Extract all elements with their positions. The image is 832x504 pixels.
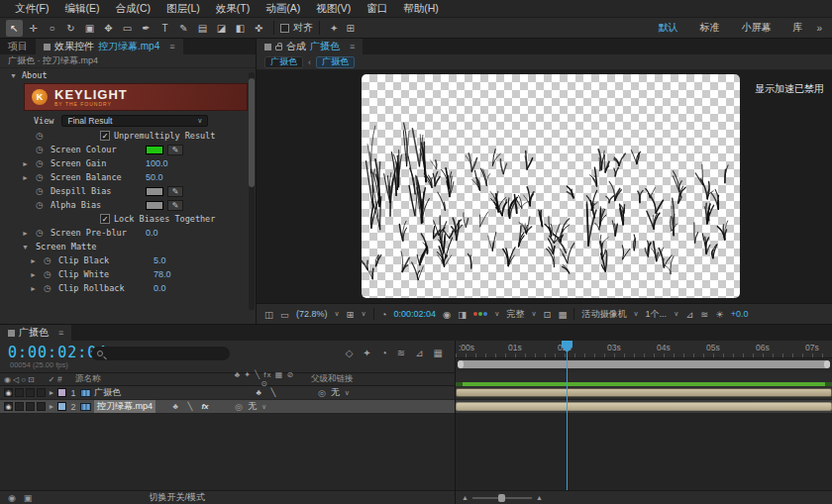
always-preview-icon[interactable]: ◫	[264, 309, 273, 320]
effect-row[interactable]: ✓Lock Biases Together	[0, 212, 256, 226]
param-expander-icon[interactable]: ►	[22, 174, 32, 181]
stopwatch-icon[interactable]: ◷	[44, 283, 54, 293]
zoom-in-frames-icon[interactable]: ▲	[536, 494, 543, 501]
camera-select[interactable]: 活动摄像机	[581, 308, 626, 321]
stopwatch-icon[interactable]: ◷	[36, 200, 47, 210]
camera-tool[interactable]: ▣	[81, 20, 98, 37]
param-expander-icon[interactable]: ►	[30, 271, 40, 278]
color-swatch[interactable]	[146, 187, 163, 196]
rotation-tool[interactable]: ↻	[62, 20, 79, 37]
panel-menu-icon[interactable]: ≡	[350, 42, 355, 51]
pan-behind-tool[interactable]: ✥	[100, 20, 117, 37]
eraser-tool[interactable]: ◪	[213, 20, 230, 37]
layer-expander-icon[interactable]: ►	[46, 389, 57, 396]
layer-name[interactable]: 广摄色	[94, 386, 239, 399]
param-expander-icon[interactable]: ►	[22, 160, 32, 167]
timeline-zoom-slider[interactable]: ▲ ▲	[462, 494, 543, 501]
eyedropper-icon[interactable]: ✎	[167, 145, 183, 155]
menu-item[interactable]: 效果(T)	[209, 2, 257, 16]
menu-item[interactable]: 帮助(H)	[396, 2, 446, 16]
group-expander-icon[interactable]: ▼	[10, 72, 17, 79]
quality-switch[interactable]: ♣	[254, 388, 263, 397]
pixel-aspect-icon[interactable]: ⊿	[685, 309, 693, 320]
lock-toggle[interactable]	[37, 388, 46, 397]
effect-row[interactable]: ►◷Clip Rollback0.0	[0, 281, 256, 295]
grid-options-icon[interactable]: ⊞	[342, 23, 358, 34]
view-layout-select[interactable]: 1个...	[646, 308, 668, 321]
menu-item[interactable]: 合成(C)	[108, 2, 157, 16]
param-expander-icon[interactable]: ►	[30, 257, 40, 264]
effect-scrollbar[interactable]	[249, 72, 255, 310]
workspace-库[interactable]: 库	[792, 21, 802, 35]
fast-previews-icon[interactable]: ≋	[700, 309, 708, 320]
pen-tool[interactable]: ✒	[138, 20, 155, 37]
composition-marker-icon[interactable]: ◉	[8, 493, 16, 503]
effect-row[interactable]: ►◷Clip White78.0	[0, 267, 256, 281]
menu-item[interactable]: 编辑(E)	[57, 2, 106, 16]
tab-project[interactable]: 项目	[0, 39, 36, 54]
source-name-column-header[interactable]: 源名称	[71, 373, 230, 385]
motion-blur-icon[interactable]: ⊿	[415, 348, 423, 358]
param-value[interactable]: 5.0	[154, 255, 166, 265]
effects-switch[interactable]	[283, 388, 293, 397]
zoom-slider-thumb[interactable]	[498, 494, 505, 502]
workspace-小屏幕[interactable]: 小屏幕	[741, 21, 771, 35]
param-value[interactable]: 0.0	[146, 228, 158, 238]
stopwatch-icon[interactable]: ◷	[36, 228, 47, 238]
menu-item[interactable]: 视图(V)	[309, 2, 358, 16]
zoom-out-frames-icon[interactable]: ▲	[462, 494, 468, 501]
group-expander-icon[interactable]: ▼	[22, 244, 32, 251]
zoom-tool[interactable]: ○	[44, 20, 60, 37]
panel-menu-icon[interactable]: ≡	[58, 328, 63, 338]
breadcrumb-item-current[interactable]: 广摄色	[316, 56, 355, 68]
view-select[interactable]: Final Result ∨	[61, 115, 208, 127]
visibility-toggle[interactable]: ◉	[4, 388, 13, 397]
transparency-grid-icon[interactable]: ▦	[559, 309, 568, 320]
effect-row[interactable]: ▼Screen Matte	[0, 240, 256, 253]
color-swatch[interactable]	[146, 146, 163, 154]
quality-switch[interactable]: ♣	[170, 402, 180, 411]
align-checkbox[interactable]	[280, 24, 289, 33]
scrollbar-thumb[interactable]	[249, 78, 255, 187]
channel-select-icon[interactable]	[473, 312, 487, 316]
layer-row[interactable]: ◉►1广摄色♣╲◎无∨	[0, 386, 455, 400]
effect-row[interactable]: ◷✓Unpremultiply Result	[0, 129, 256, 143]
track-row[interactable]	[456, 386, 832, 400]
exposure-icon[interactable]: ☀	[715, 309, 724, 320]
lock-toggle[interactable]	[37, 402, 46, 411]
snapshot-icon[interactable]: ◉	[443, 309, 451, 320]
param-expander-icon[interactable]: ►	[22, 230, 32, 237]
effect-row[interactable]: ►◷Screen Pre-blur0.0	[0, 226, 256, 240]
clone-stamp-tool[interactable]: ▤	[194, 20, 211, 37]
toggle-switches-modes-button[interactable]: 切换开关/模式	[149, 491, 205, 504]
menu-item[interactable]: 动画(A)	[259, 2, 307, 16]
puppet-pin-tool[interactable]: ✜	[251, 20, 267, 37]
stopwatch-icon[interactable]: ◷	[36, 186, 47, 196]
stopwatch-icon[interactable]: ◷	[44, 269, 54, 279]
track-row[interactable]	[456, 400, 832, 414]
menu-item[interactable]: 文件(F)	[8, 2, 55, 16]
solo-toggle[interactable]	[26, 402, 35, 411]
selection-tool[interactable]: ↖	[6, 20, 23, 37]
panel-menu-icon[interactable]: ≡	[169, 42, 174, 51]
collapse-switch[interactable]: ╲	[185, 402, 195, 411]
effect-row[interactable]: ◷Despill Bias✎	[0, 184, 256, 198]
tab-effect-controls[interactable]: 效果控件 控刀绿幕.mp4 ≡	[36, 39, 183, 54]
region-of-interest-icon[interactable]: ⊡	[544, 309, 552, 320]
stopwatch-icon[interactable]: ◷	[36, 145, 47, 154]
hide-shy-icon[interactable]: ◔	[381, 348, 387, 358]
time-ruler[interactable]: :00s01s02s03s04s05s06s07s	[456, 341, 832, 358]
main-viewer-icon[interactable]: ▭	[280, 309, 289, 320]
param-value[interactable]: 50.0	[146, 172, 163, 182]
grid-guides-icon[interactable]: ⊞	[347, 309, 355, 320]
timeline-track-area[interactable]: :00s01s02s03s04s05s06s07s ▲ ▲	[456, 341, 832, 504]
effect-row[interactable]: ◷Screen Colour✎	[0, 143, 256, 156]
parent-select[interactable]: 无	[331, 386, 340, 399]
menu-item[interactable]: 图层(L)	[159, 2, 207, 16]
resolution-select[interactable]: 完整	[506, 308, 524, 321]
layer-color-chip[interactable]	[57, 388, 66, 397]
workspace-默认[interactable]: 默认	[658, 21, 677, 35]
mask-shape-tool[interactable]: ▭	[119, 20, 136, 37]
layer-color-chip[interactable]	[57, 402, 66, 411]
frame-blend-icon[interactable]: ≋	[397, 348, 405, 358]
